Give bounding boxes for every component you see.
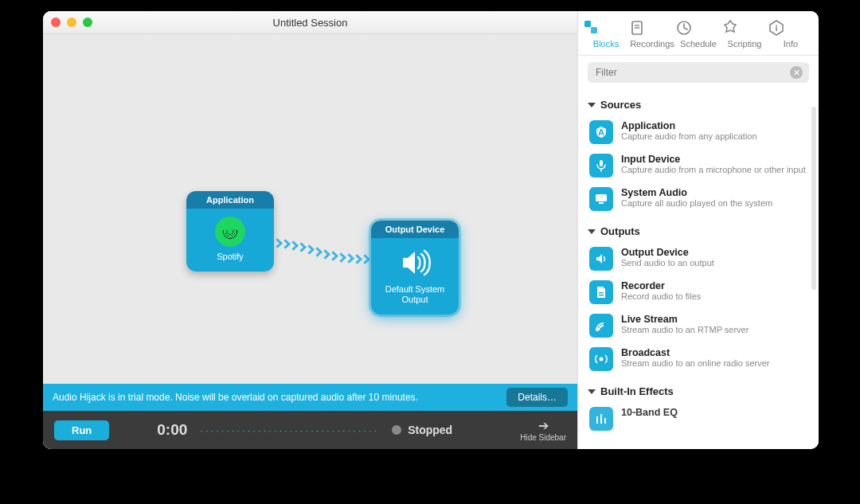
clear-filter-icon[interactable]: ✕ [790,66,803,79]
tab-label: Scripting [728,39,762,49]
microphone-icon [589,154,613,178]
tab-schedule[interactable]: Schedule [675,19,721,49]
chevron-down-icon [588,103,596,107]
library-item-recorder[interactable]: RecorderRecord audio to files [588,275,814,309]
svg-rect-19 [604,418,606,424]
item-desc: Capture audio from a microphone or other… [621,165,812,176]
library-sidebar: Blocks Recordings Schedule Scripting i I… [577,11,819,449]
broadcast-icon [589,347,613,371]
svg-rect-0 [584,21,591,27]
tab-label: Blocks [593,39,619,49]
control-bar: Run 0:00 ·······························… [43,411,577,449]
item-name: Recorder [621,280,812,291]
svg-point-16 [600,357,604,361]
recordings-icon [629,19,675,37]
section-outputs[interactable]: Outputs [588,225,814,237]
minimize-icon[interactable] [67,18,76,27]
svg-text:i: i [775,23,777,33]
trial-notice-bar: Audio Hijack is in trial mode. Noise wil… [43,384,577,411]
speaker-icon [589,247,613,271]
library-panel[interactable]: Sources A ApplicationCapture audio from … [578,89,819,449]
zoom-icon[interactable] [83,18,92,27]
library-item-10band-eq[interactable]: 10-Band EQ [588,402,814,436]
block-application[interactable]: Application Spotify [186,191,274,272]
sidebar-toggle-icon: ➔ [520,418,566,433]
window-controls [51,18,92,27]
item-name: System Audio [621,187,812,198]
audio-cable [274,238,377,270]
item-name: Application [621,120,812,131]
session-canvas[interactable]: Application Spotify O [43,34,577,384]
eq-icon [589,407,613,431]
run-button[interactable]: Run [54,420,109,440]
session-pane: Untitled Session Application Spotify [43,11,577,449]
app-window: Untitled Session Application Spotify [43,11,819,449]
filter-input[interactable] [588,62,809,83]
scrollbar[interactable] [811,107,816,290]
item-desc: Stream audio to an online radio server [621,358,812,369]
filter-field: ✕ [588,62,809,83]
sidebar-toggle-label: Hide Sidebar [520,433,566,442]
tab-info[interactable]: i Info [768,19,814,49]
library-item-live-stream[interactable]: Live StreamStream audio to an RTMP serve… [588,309,814,342]
scripting-icon [721,19,768,37]
item-name: Live Stream [621,314,812,325]
sidebar-tabs: Blocks Recordings Schedule Scripting i I… [578,11,819,56]
tab-label: Info [784,39,798,49]
block-label: Default System Output [374,284,455,305]
item-name: 10-Band EQ [621,407,812,418]
details-button[interactable]: Details… [506,388,568,407]
svg-rect-14 [599,295,604,296]
hide-sidebar-button[interactable]: ➔ Hide Sidebar [520,418,566,442]
schedule-icon [675,19,721,37]
elapsed-time: 0:00 [157,421,187,439]
block-output-device[interactable]: Output Device Default System Output [371,221,459,315]
item-desc: Capture all audio played on the system [621,198,812,209]
svg-rect-1 [591,27,597,33]
item-desc: Capture audio from any application [621,131,812,143]
library-item-input-device[interactable]: Input DeviceCapture audio from a microph… [588,149,814,182]
library-item-broadcast[interactable]: BroadcastStream audio to an online radio… [588,342,814,376]
titlebar: Untitled Session [43,11,577,34]
trial-message: Audio Hijack is in trial mode. Noise wil… [53,392,418,403]
spotify-icon [215,217,245,247]
blocks-icon [583,19,629,37]
tab-label: Schedule [680,39,717,49]
file-icon [589,280,613,304]
item-name: Input Device [621,154,812,165]
tab-blocks[interactable]: Blocks [583,19,629,49]
section-title: Outputs [600,225,640,237]
library-item-application[interactable]: A ApplicationCapture audio from any appl… [588,115,814,149]
section-title: Built-In Effects [600,385,674,397]
monitor-icon [589,187,613,211]
item-name: Output Device [621,247,812,258]
block-header: Application [186,191,274,209]
library-item-system-audio[interactable]: System AudioCapture all audio played on … [588,182,814,216]
close-icon[interactable] [51,18,61,27]
chevron-down-icon [588,389,596,394]
section-sources[interactable]: Sources [588,99,814,111]
satellite-icon [589,314,613,338]
svg-text:A: A [598,127,604,137]
level-meter: ·································· [200,424,379,436]
item-name: Broadcast [621,347,812,358]
item-desc: Record audio to files [621,291,812,303]
svg-rect-11 [596,194,607,201]
svg-rect-10 [600,160,603,166]
tab-recordings[interactable]: Recordings [629,19,675,49]
status-indicator-icon [392,425,401,435]
svg-rect-18 [600,414,602,424]
status-label: Stopped [408,424,452,436]
speaker-icon [398,246,432,279]
item-desc: Send audio to an output [621,258,812,269]
svg-rect-12 [599,202,604,204]
block-header: Output Device [371,221,459,238]
tab-label: Recordings [630,39,674,49]
library-item-output-device[interactable]: Output DeviceSend audio to an output [588,242,814,275]
application-icon: A [589,120,613,144]
tab-scripting[interactable]: Scripting [721,19,768,49]
chevron-down-icon [588,229,596,234]
section-title: Sources [600,99,641,111]
svg-rect-17 [596,416,598,424]
section-effects[interactable]: Built-In Effects [588,385,814,397]
